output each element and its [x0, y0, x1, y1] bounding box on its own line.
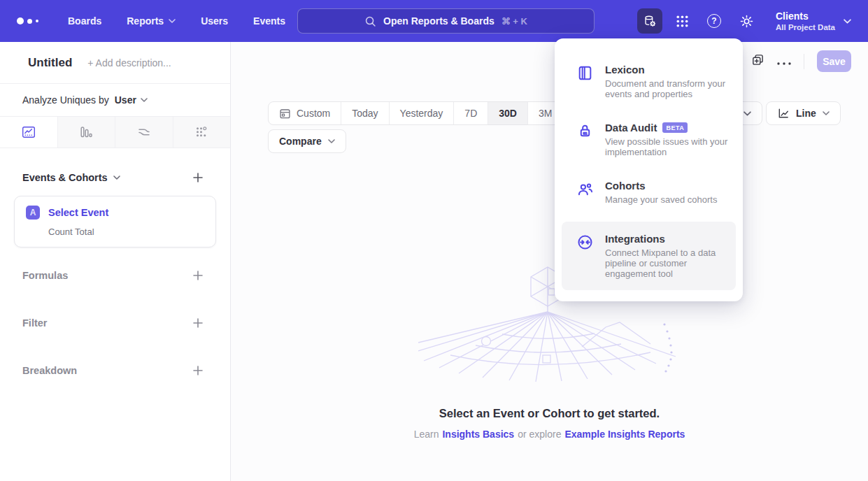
data-management-button[interactable]	[637, 8, 662, 34]
database-gear-icon	[642, 13, 657, 29]
date-range-yesterday[interactable]: Yesterday	[389, 102, 454, 124]
date-range-today[interactable]: Today	[341, 102, 388, 124]
menu-item-description: View possible issues with your implement…	[605, 136, 732, 157]
report-title[interactable]: Untitled	[28, 56, 72, 70]
project-scope: All Project Data	[776, 23, 835, 31]
duplicate-report-button[interactable]	[751, 53, 764, 69]
menu-item-lexicon[interactable]: Lexicon Document and transform your even…	[555, 52, 743, 110]
plus-icon	[192, 365, 204, 376]
date-range-label: Custom	[297, 108, 330, 119]
breakdown-section: Breakdown	[22, 365, 204, 376]
lexicon-book-icon	[576, 64, 594, 99]
line-chart-icon	[777, 107, 790, 120]
date-range-label: Yesterday	[400, 108, 443, 119]
nav-item-label: Reports	[127, 15, 164, 27]
ellipsis-icon	[777, 62, 791, 65]
date-range-label: 3M	[539, 108, 552, 119]
help-icon: ?	[707, 14, 721, 28]
save-button[interactable]: Save	[817, 50, 851, 72]
settings-button[interactable]	[734, 8, 759, 34]
metrics-dots-icon	[194, 125, 208, 139]
analyze-value-dropdown[interactable]: User	[115, 94, 148, 106]
nav-item-users[interactable]: Users	[201, 15, 228, 27]
nav-item-boards[interactable]: Boards	[68, 15, 101, 27]
bar-chart-icon	[79, 125, 93, 139]
tab-flows-chart[interactable]	[115, 117, 173, 148]
select-event-button[interactable]: Select Event	[48, 207, 108, 218]
empty-state-title: Select an Event or Cohort to get started…	[231, 407, 868, 420]
add-filter-button[interactable]	[192, 317, 204, 329]
filter-section: Filter	[22, 317, 204, 329]
search-shortcut: ⌘ + K	[501, 16, 527, 27]
flows-icon	[137, 125, 151, 139]
apps-grid-button[interactable]	[669, 8, 695, 34]
nav-item-reports[interactable]: Reports	[127, 15, 176, 27]
tab-bar-chart[interactable]	[57, 117, 115, 148]
chevron-down-icon	[823, 111, 830, 115]
date-range-label: Today	[352, 108, 378, 119]
chevron-down-icon	[328, 139, 335, 143]
mixpanel-logo-icon[interactable]	[17, 17, 38, 24]
menu-item-title: Data Audit	[605, 122, 657, 134]
project-selector[interactable]: Clients All Project Data	[776, 10, 851, 31]
search-input[interactable]: Open Reports & Boards ⌘ + K	[297, 8, 595, 34]
chart-type-label: Line	[796, 108, 816, 119]
menu-item-cohorts[interactable]: Cohorts Manage your saved cohorts	[555, 168, 743, 216]
report-canvas: Save Custom Today Yesterday 7D 30D 3M 6M…	[231, 42, 868, 481]
event-card[interactable]: A Select Event Count Total	[14, 196, 216, 247]
learn-text: Learn	[414, 429, 439, 440]
menu-item-title: Cohorts	[605, 180, 646, 192]
help-button[interactable]: ?	[702, 8, 727, 34]
menu-item-description: Document and transform your events and p…	[605, 78, 732, 99]
date-range-30d[interactable]: 30D	[488, 102, 527, 124]
plus-icon	[192, 317, 204, 329]
report-actions: Save	[751, 50, 851, 72]
nav-item-label: Boards	[68, 15, 101, 27]
tab-line-chart[interactable]	[0, 117, 57, 148]
integrations-sync-icon	[576, 233, 594, 279]
plus-icon	[192, 172, 204, 183]
events-cohorts-toggle[interactable]: Events & Cohorts	[22, 172, 120, 183]
nav-item-events[interactable]: Events	[253, 15, 285, 27]
chart-type-button[interactable]: Line	[766, 101, 841, 125]
event-letter-badge: A	[26, 206, 40, 220]
nav-item-label: Events	[253, 15, 285, 27]
chevron-down-icon	[113, 175, 120, 180]
insights-basics-link[interactable]: Insights Basics	[442, 429, 514, 440]
cohorts-people-icon	[576, 180, 594, 205]
date-range-custom[interactable]: Custom	[269, 102, 341, 124]
breakdown-label: Breakdown	[22, 365, 77, 376]
date-range-7d[interactable]: 7D	[453, 102, 488, 124]
report-title-row: Untitled + Add description...	[0, 42, 230, 84]
analyze-uniques-row: Analyze Uniques by User	[0, 84, 230, 116]
menu-item-integrations[interactable]: Integrations Connect Mixpanel to a data …	[562, 222, 736, 290]
data-management-menu: Lexicon Document and transform your even…	[555, 38, 743, 301]
nav-right-group: ? Clients All Project Data	[637, 8, 851, 34]
example-reports-link[interactable]: Example Insights Reports	[564, 429, 685, 440]
tab-metrics[interactable]	[173, 117, 231, 148]
menu-item-description: Manage your saved cohorts	[605, 194, 717, 205]
filter-label: Filter	[22, 317, 47, 329]
add-description-field[interactable]: + Add description...	[87, 57, 171, 69]
chevron-down-icon	[844, 19, 851, 24]
menu-item-title: Integrations	[605, 233, 665, 245]
date-range-label: 30D	[499, 108, 517, 119]
add-event-button[interactable]	[192, 172, 204, 183]
line-chart-icon	[22, 125, 36, 139]
analyze-value: User	[115, 94, 136, 106]
project-name: Clients	[776, 10, 835, 22]
compare-button[interactable]: Compare	[268, 129, 346, 153]
add-breakdown-button[interactable]	[192, 365, 204, 376]
chevron-down-icon	[141, 98, 148, 102]
beta-badge: BETA	[662, 122, 688, 133]
menu-item-description: Connect Mixpanel to a data pipeline or c…	[605, 247, 729, 279]
more-options-button[interactable]	[777, 55, 791, 68]
chevron-down-icon	[744, 111, 751, 116]
menu-item-data-audit[interactable]: Data Audit BETA View possible issues wit…	[555, 110, 743, 168]
event-aggregation[interactable]: Count Total	[48, 227, 204, 237]
calendar-icon	[279, 108, 291, 120]
divider	[804, 54, 804, 69]
search-icon	[364, 15, 376, 27]
analyze-label: Analyze Uniques by	[22, 94, 109, 106]
add-formula-button[interactable]	[192, 270, 204, 281]
